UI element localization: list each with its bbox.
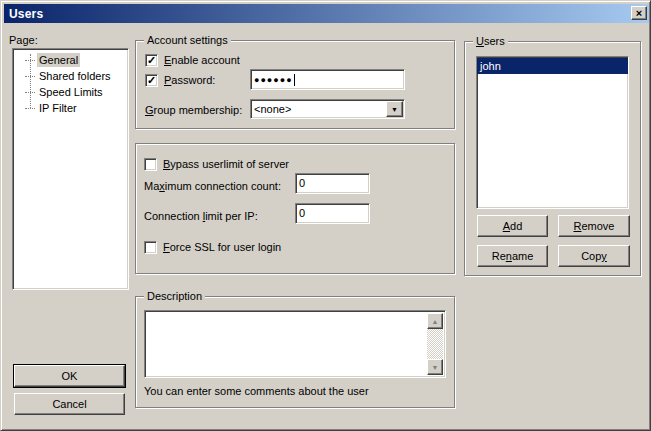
remove-button[interactable]: Remove: [558, 215, 630, 237]
tree-item-general[interactable]: General: [13, 52, 128, 68]
users-dialog: Users × Page: General Shared folders Spe…: [0, 0, 651, 431]
bypass-userlimit-label: Bypass userlimit of server: [163, 158, 289, 170]
enable-account-checkbox[interactable]: ✓: [145, 54, 158, 67]
scroll-down-button[interactable]: ▼: [427, 359, 443, 375]
force-ssl-checkbox[interactable]: [144, 241, 157, 254]
text-caret: [294, 74, 295, 86]
account-settings-caption: Account settings: [144, 34, 231, 46]
dropdown-button[interactable]: ▼: [386, 101, 403, 117]
user-list-item-john[interactable]: john: [477, 58, 628, 74]
scroll-up-icon: ▲: [432, 318, 439, 325]
max-connection-count-label: Maximum connection count:: [144, 180, 281, 192]
copy-button[interactable]: Copy: [558, 245, 630, 267]
title-bar[interactable]: Users ×: [4, 4, 649, 23]
scroll-down-icon: ▼: [432, 364, 439, 371]
page-tree[interactable]: General Shared folders Speed Limits IP F…: [12, 48, 129, 290]
group-membership-select[interactable]: <none> ▼: [250, 99, 405, 119]
connection-limit-per-ip-input[interactable]: 0: [295, 203, 370, 224]
users-group: Users john Add Remove Rename Copy: [464, 41, 641, 276]
connection-limit-per-ip-label: Connection limit per IP:: [144, 210, 258, 222]
window-title: Users: [9, 7, 43, 21]
add-button[interactable]: Add: [477, 215, 548, 237]
group-membership-label: Group membership:: [145, 104, 242, 116]
rename-button[interactable]: Rename: [477, 245, 548, 267]
users-list[interactable]: john: [476, 56, 629, 209]
password-input[interactable]: ●●●●●●: [250, 69, 405, 90]
max-connection-count-input[interactable]: 0: [295, 173, 370, 194]
password-checkbox[interactable]: ✓: [145, 74, 158, 87]
tree-item-shared-folders[interactable]: Shared folders: [13, 68, 128, 84]
tree-item-ip-filter[interactable]: IP Filter: [13, 100, 128, 116]
scroll-up-button[interactable]: ▲: [427, 313, 443, 329]
users-caption: Users: [473, 35, 508, 47]
account-settings-group: Account settings ✓ Enable account ✓ Pass…: [135, 40, 455, 129]
tree-item-speed-limits[interactable]: Speed Limits: [13, 84, 128, 100]
chevron-down-icon: ▼: [391, 106, 398, 113]
ok-button[interactable]: OK: [14, 365, 125, 387]
bypass-userlimit-checkbox[interactable]: [144, 158, 157, 171]
description-caption: Description: [144, 290, 205, 302]
description-hint: You can enter some comments about the us…: [144, 385, 369, 397]
vertical-scrollbar[interactable]: ▲ ▼: [427, 313, 443, 375]
connection-limits-group: Bypass userlimit of server Maximum conne…: [135, 143, 455, 274]
close-icon: ×: [636, 8, 642, 18]
description-group: Description ▲ ▼ You can enter some comme…: [135, 296, 455, 408]
description-textarea[interactable]: ▲ ▼: [144, 310, 446, 378]
enable-account-label: Enable account: [164, 54, 240, 66]
cancel-button[interactable]: Cancel: [14, 393, 125, 415]
password-label: Password:: [164, 74, 215, 86]
force-ssl-label: Force SSL for user login: [163, 241, 281, 253]
close-button[interactable]: ×: [631, 6, 647, 20]
page-label: Page:: [9, 34, 38, 46]
